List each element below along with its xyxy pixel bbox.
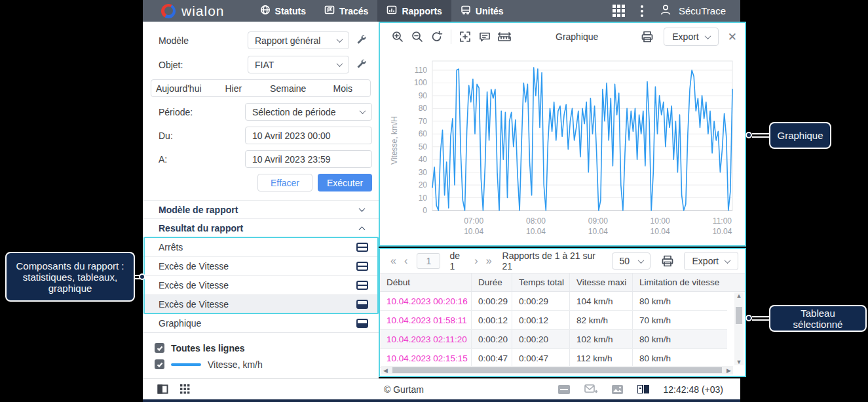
table-cell: 70 km/h [633,311,727,329]
page-size-value: 50 [619,256,630,266]
clear-button[interactable]: Effacer [257,174,312,191]
horizontal-scrollbar[interactable]: ◀ ▶ [381,366,733,374]
table-cell: 0:00:12 [512,311,570,329]
table-cell: 10.04.2023 02:15:15 [380,349,472,367]
report-item-label: Excès de Vitesse [159,261,229,271]
object-settings-wrench-icon[interactable] [356,58,368,70]
object-label: Objet: [159,60,183,70]
series-color-sample [171,363,201,366]
range-week-button[interactable]: Semaine [261,80,316,96]
svg-text:10.04: 10.04 [712,227,732,236]
range-today-button[interactable]: Aujourd'hui [151,80,206,96]
to-date-value: 10 Avril 2023 23:59 [252,154,331,165]
tab-rapports[interactable]: Rapports [377,0,451,22]
table-row[interactable]: 10.04.2023 02:11:200:00:200:00:20102 km/… [380,330,727,349]
column-header[interactable]: Limitation de vitesse [633,273,727,291]
prev-page-icon[interactable]: ‹ [400,255,411,267]
print-icon[interactable] [637,27,657,47]
crop-zoom-icon[interactable] [455,27,475,47]
scroll-right-icon[interactable]: ▶ [725,367,733,374]
vertical-scrollbar[interactable]: ▲ ▼ [734,292,744,365]
column-header[interactable]: Temps total [512,273,570,291]
wialon-logo[interactable]: wialon [161,3,225,19]
table-cell: 82 km/h [570,311,633,329]
report-item-arrets[interactable]: Arrêts [143,237,379,256]
to-date-input[interactable]: 10 Avril 2023 23:59 [245,150,372,168]
report-item-graphique[interactable]: Graphique [143,313,379,332]
speed-chart[interactable]: 010203040506070809010011007:0010.0408:00… [387,53,741,243]
from-date-input[interactable]: 10 Avril 2023 00:00 [245,127,372,144]
first-page-icon[interactable]: « [387,255,400,267]
object-select[interactable]: FIAT [248,56,349,73]
apps-grid-icon[interactable] [613,5,625,17]
scroll-left-icon[interactable]: ◀ [381,367,390,374]
tab-label: Unités [476,6,504,16]
scroll-down-icon[interactable]: ▼ [734,359,744,365]
last-page-icon[interactable]: » [482,255,496,267]
range-yesterday-button[interactable]: Hier [206,80,261,96]
tab-statuts[interactable]: Statuts [251,0,315,22]
zoom-out-icon[interactable] [407,27,427,47]
section-report-template[interactable]: Modèle de rapport [143,200,379,218]
table-print-icon[interactable] [658,251,677,271]
speed-series-checkbox[interactable] [155,359,164,369]
next-page-icon[interactable]: › [470,255,481,267]
mail-icon[interactable] [584,384,597,394]
model-select[interactable]: Rapport général [248,31,349,49]
report-item-label: Excès de Vitesse [159,280,229,291]
tab-unites[interactable]: Unités [451,0,513,22]
model-settings-wrench-icon[interactable] [356,34,368,46]
screen: wialon Statuts Tracés Rapports Unités [0,0,868,402]
wialon-logo-icon [161,4,176,18]
tab-traces[interactable]: Tracés [315,0,377,22]
table-cell: 0:00:29 [512,292,570,310]
table-cell: 102 km/h [570,330,633,348]
svg-text:11:00: 11:00 [713,216,732,226]
toolbar-divider [451,30,451,44]
more-menu-icon[interactable] [641,5,643,17]
period-select[interactable]: Sélection de période [245,103,372,121]
scroll-up-icon[interactable]: ▲ [734,292,744,299]
messages-icon[interactable] [558,385,570,394]
table-selected-icon [356,300,368,309]
table-row[interactable]: 10.04.2023 01:58:110:00:120:00:1282 km/h… [380,311,727,330]
grid-view-icon[interactable] [180,384,190,394]
vscroll-thumb[interactable] [736,307,742,324]
toggle-sidebar-icon[interactable] [157,384,168,394]
svg-text:10.04: 10.04 [588,227,608,236]
page-input[interactable]: 1 [417,253,440,269]
tooltip-icon[interactable] [475,27,495,47]
ruler-icon[interactable] [495,27,514,47]
page-size-select[interactable]: 50 [612,252,651,270]
chart-export-button[interactable]: Export [664,28,718,46]
svg-text:90: 90 [419,91,428,100]
callout-node [139,273,145,280]
execute-button[interactable]: Exécuter [318,174,372,191]
report-item-exces-2[interactable]: Excès de Vitesse [143,275,379,294]
table-row[interactable]: 10.04.2023 02:15:150:00:470:00:47112 km/… [380,349,727,368]
table-header: DébutDuréeTemps totalVitesse maxiLimitat… [380,273,745,292]
report-item-exces-1[interactable]: Excès de Vitesse [143,256,379,275]
section-report-result[interactable]: Resultat du rapport [143,218,379,237]
column-header[interactable]: Vitesse maxi [570,273,633,291]
reset-zoom-icon[interactable] [427,27,447,47]
clock-text: 12:42:48 (+03) [664,384,723,395]
close-icon[interactable]: ✕ [728,30,737,44]
table-cell: 0:00:20 [512,330,570,348]
table-row[interactable]: 10.04.2023 00:20:160:00:290:00:29104 km/… [380,292,727,311]
svg-text:10.04: 10.04 [526,227,546,236]
user-menu[interactable]: SécuTrace [659,3,726,18]
column-header[interactable]: Début [380,273,472,291]
zoom-in-icon[interactable] [388,27,407,47]
range-month-button[interactable]: Mois [316,80,371,96]
image-icon[interactable] [612,385,623,394]
all-lines-checkbox[interactable] [155,343,164,353]
panel-layout-icon[interactable] [637,385,649,393]
table-cell: 10.04.2023 00:20:16 [380,292,472,310]
table-export-button[interactable]: Export [684,252,738,270]
report-item-exces-3-selected[interactable]: Excès de Vitesse [143,294,379,313]
column-header[interactable]: Durée [472,273,512,291]
chart-toolbar: Graphique Export ✕ [380,23,745,50]
hscroll-thumb[interactable] [392,367,722,373]
svg-text:80: 80 [419,104,428,113]
